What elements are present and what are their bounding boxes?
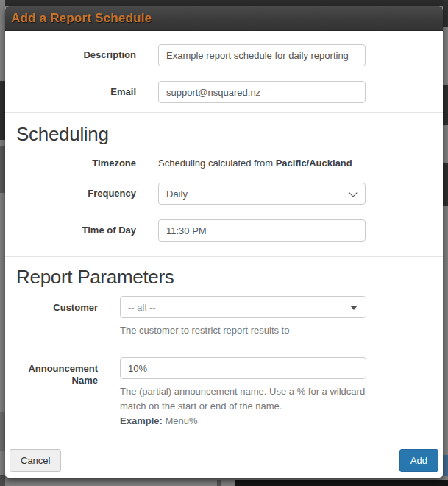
dialog-footer: Cancel Add bbox=[5, 449, 443, 478]
description-input[interactable] bbox=[158, 44, 366, 66]
background-artifact bbox=[235, 480, 448, 486]
customer-label: Customer bbox=[5, 296, 98, 314]
time-of-day-label: Time of Day bbox=[5, 225, 136, 236]
frequency-label: Frequency bbox=[5, 188, 136, 200]
add-button[interactable]: Add bbox=[399, 449, 438, 472]
background-artifact bbox=[443, 163, 448, 206]
frequency-control: Daily bbox=[158, 183, 366, 205]
background-artifact bbox=[217, 480, 221, 486]
customer-help-text: The customer to restrict report results … bbox=[120, 323, 366, 338]
add-report-schedule-dialog: Add a Report Schedule Description Email … bbox=[5, 6, 443, 478]
time-of-day-control bbox=[158, 219, 366, 242]
background-artifact bbox=[0, 81, 5, 140]
background-page-topbar bbox=[5, 0, 448, 6]
scheduling-heading: Scheduling bbox=[16, 123, 443, 146]
announcement-example-value: Menu% bbox=[165, 415, 197, 426]
email-control bbox=[158, 81, 366, 103]
description-control bbox=[158, 44, 366, 66]
cancel-button[interactable]: Cancel bbox=[10, 449, 61, 472]
email-label: Email bbox=[5, 86, 136, 98]
timezone-label: Timezone bbox=[5, 158, 136, 169]
timezone-row: Timezone Scheduling calculated from Paci… bbox=[5, 158, 443, 169]
time-of-day-input[interactable] bbox=[158, 219, 366, 242]
background-artifact bbox=[0, 146, 5, 193]
description-row: Description bbox=[5, 44, 443, 66]
dialog-header: Add a Report Schedule bbox=[5, 6, 443, 31]
background-artifact bbox=[443, 455, 448, 476]
customer-row: Customer -- all -- The customer to restr… bbox=[5, 296, 443, 338]
announcement-name-label: Announcement Name bbox=[5, 357, 98, 387]
description-label: Description bbox=[5, 49, 136, 61]
report-parameters-heading: Report Parameters bbox=[16, 266, 443, 289]
email-field[interactable] bbox=[158, 81, 366, 103]
customer-control: -- all -- The customer to restrict repor… bbox=[120, 296, 366, 338]
background-artifact bbox=[0, 475, 5, 486]
background-artifact bbox=[0, 412, 5, 451]
time-of-day-row: Time of Day bbox=[5, 219, 443, 242]
timezone-text: Scheduling calculated from Pacific/Auckl… bbox=[158, 158, 366, 169]
dialog-title: Add a Report Schedule bbox=[11, 11, 152, 26]
frequency-row: Frequency Daily bbox=[5, 183, 443, 205]
timezone-text-prefix: Scheduling calculated from bbox=[158, 158, 276, 169]
announcement-name-row: Announcement Name The (partial) announce… bbox=[5, 357, 443, 429]
announcement-example-label: Example: bbox=[120, 415, 163, 426]
section-divider bbox=[5, 256, 443, 257]
frequency-select[interactable]: Daily bbox=[158, 183, 366, 205]
timezone-value: Pacific/Auckland bbox=[276, 158, 352, 169]
announcement-name-control: The (partial) announcement name. Use a %… bbox=[120, 357, 366, 429]
dialog-body: Description Email Scheduling Timezone Sc… bbox=[5, 31, 443, 449]
email-row: Email bbox=[5, 81, 443, 103]
section-divider bbox=[5, 112, 443, 113]
announcement-help-text: The (partial) announcement name. Use a %… bbox=[120, 384, 366, 429]
customer-select[interactable]: -- all -- bbox=[120, 296, 366, 318]
announcement-name-input[interactable] bbox=[120, 357, 366, 379]
background-artifact bbox=[443, 85, 448, 125]
background-artifact bbox=[443, 0, 448, 27]
announcement-help-line: The (partial) announcement name. Use a %… bbox=[120, 386, 365, 412]
